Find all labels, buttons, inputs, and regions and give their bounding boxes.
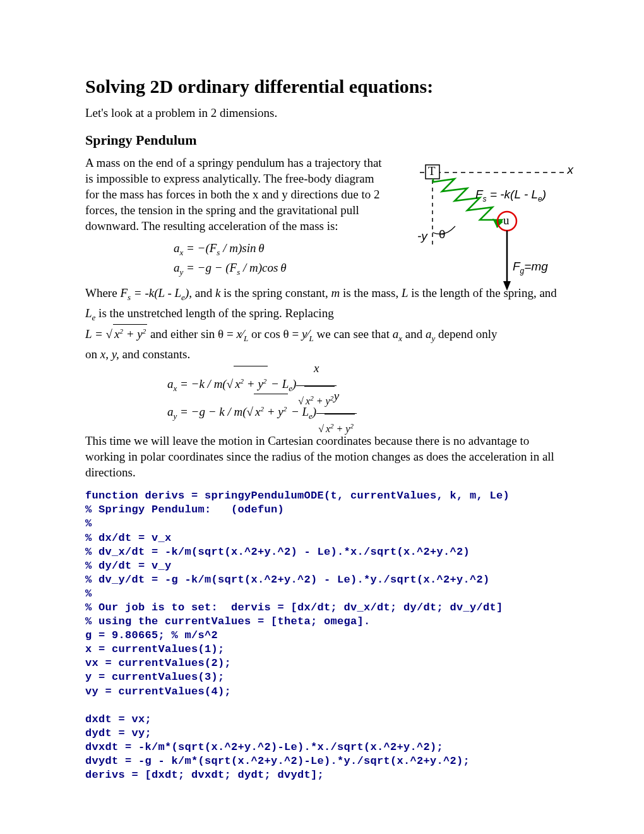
p2b-mid1: and either sin θ = — [150, 327, 236, 341]
p2-c: is the spring constant, — [220, 286, 331, 299]
paragraph-3: This time we will leave the motion in Ca… — [85, 433, 562, 480]
section-heading: Springy Pendulum — [85, 132, 562, 148]
fig-fg-label: Fg=mg — [513, 260, 548, 275]
p2-a: Where — [85, 286, 120, 299]
p2-m: m — [331, 286, 340, 299]
fig-theta-label: θ — [439, 227, 446, 241]
p2b-and: and — [402, 327, 426, 341]
equation-full: ax = −k / m(√x2 + y2 − Le) x √x2 + y2 ay… — [167, 370, 562, 425]
page-title: Solving 2D ordinary differential equatio… — [85, 76, 562, 97]
p2-b: and — [192, 286, 215, 299]
svg-marker-6 — [503, 281, 511, 291]
p2-f: is the unstretched length of the spring.… — [95, 306, 333, 320]
fig-x-label: x — [568, 163, 574, 177]
p2b-end: depend only — [435, 327, 497, 341]
code-listing: function derivs = springyPendulumODE(t, … — [85, 489, 562, 782]
fig-pivot-label: T — [428, 164, 436, 178]
fig-fs-label: Fs = -k(L - Le) — [475, 188, 546, 203]
p2b-mid2: or cos θ = — [248, 327, 302, 341]
page: Solving 2D ordinary differential equatio… — [0, 0, 644, 834]
intro-text: Let's look at a problem in 2 dimensions. — [85, 105, 562, 121]
fig-mass-label: u — [503, 214, 510, 227]
p2b-mid3: we can see that — [314, 327, 393, 341]
paragraph-1: A mass on the end of a springy pendulum … — [85, 155, 382, 234]
free-body-diagram: T u x -y θ Fs = -k(L - Le) Fg=mg — [407, 157, 575, 299]
eq-full-ay: ay = −g − k / m(√x2 + y2 − Le) y √x2 + y… — [167, 397, 562, 425]
p2-d: is the mass, — [340, 286, 402, 299]
fig-y-label: -y — [417, 229, 427, 243]
